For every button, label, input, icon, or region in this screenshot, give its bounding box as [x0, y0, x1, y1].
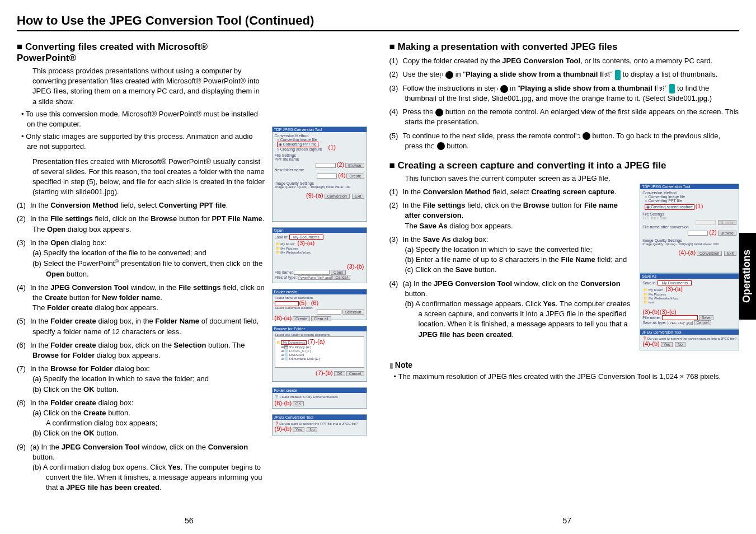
thumb-browse-folder: Browse for Folder Select one folder to r…	[272, 326, 367, 382]
step-2: (2)In the File settings field, click on …	[32, 214, 265, 224]
step-3b: (b) Select the PowerPoint® presentation …	[46, 258, 265, 279]
step-1: (1)In the Conversion Method field, selec…	[32, 200, 265, 210]
bullet-2: Only static images are supported by this…	[27, 132, 265, 152]
note-1: The maximum resolution of JPEG files cre…	[400, 372, 740, 382]
step-8: (8)In the Folder create dialog box:	[32, 398, 265, 408]
step-a3: (3)Follow the instructions in step 2 in …	[405, 83, 740, 104]
step-8b: (b) Click on the OK button.	[46, 428, 265, 438]
thumb-folder-created-msg: Folder create ⓘ Folder created. C:\My Do…	[272, 387, 367, 409]
thumb-convert-confirm: JPEG Conversion Tool ❓ Do you want to co…	[272, 414, 367, 435]
step-b3a: (a) Specify the location in which to sav…	[419, 245, 633, 255]
step-5: (5)In the Folder create dialog box, in t…	[32, 316, 265, 336]
step-7b: (b) Click on the OK button.	[46, 385, 265, 395]
step-a1: (1)Copy the folder created by the JPEG C…	[405, 56, 740, 66]
step-8a: (a) Click on the Create button.	[46, 408, 265, 418]
page-number-left: 56	[185, 516, 194, 525]
thumb-open-dialog: Open Look in: My Documents 📁 My Music (3…	[272, 227, 367, 283]
page-title: How to Use the JPEG Conversion Tool (Con…	[17, 13, 739, 28]
step-4-sub: The Folder create dialog box appears.	[32, 303, 265, 313]
step-6: (6)In the Folder create dialog box, clic…	[32, 340, 265, 360]
step-3a: (a) Specify the location of the file to …	[46, 248, 265, 258]
step-8ab: A confirmation dialog box appears;	[46, 418, 265, 428]
step-b4a: (4)(a) In the JPEG Conversion Tool windo…	[405, 279, 633, 299]
thumb-jpeg-tool: TDP JPEG Conversion Tool Conversion Meth…	[272, 127, 367, 222]
enter-icon: ⏎	[435, 109, 443, 116]
pageref-47: p.47	[669, 84, 675, 93]
thumb-folder-create: Folder create Folder name of document (5…	[272, 289, 367, 320]
step-b2: (2)In the File settings field, click on …	[405, 200, 633, 221]
step-7a: (a) Specify the location in which to sav…	[46, 374, 265, 384]
step-3: (3)In the Open dialog box:	[32, 238, 265, 248]
step-7: (7)In the Browse for Folder dialog box:	[32, 364, 265, 374]
step-9b: (b) A confirmation dialog box opens. Cli…	[46, 462, 265, 493]
pageref-46: p.46	[615, 70, 621, 79]
step-a2: (2)Use the step 1 in "Playing a slide sh…	[405, 69, 740, 79]
section-convert-ppt: Converting files created with Microsoft®…	[17, 41, 265, 64]
paragraph-2: Presentation files created with Microsof…	[32, 157, 265, 198]
step-b1: (1)In the Conversion Method field, selec…	[405, 187, 633, 197]
section-make-presentation: Making a presentation with converted JPE…	[389, 41, 740, 53]
footer: 56 57	[0, 512, 756, 534]
step-b4b: (b) A confirmation message appears. Clic…	[419, 299, 633, 340]
step-2-sub: The Open dialog box appears.	[32, 224, 265, 235]
intro-paragraph: This process provides presentations with…	[32, 66, 265, 107]
step-b3b: (b) Enter a file name of up to 8 charact…	[419, 255, 633, 265]
operations-tab: Operations	[738, 233, 756, 320]
step-a4: (4)Press the ⏎ button on the remote cont…	[405, 107, 740, 127]
step-b3: (3)In the Save As dialog box:	[405, 235, 633, 245]
thumb-save-as: Save As Save in: My Documents 📁 My Music…	[640, 273, 739, 329]
step-b2b: The Save As dialog box appears.	[405, 221, 633, 231]
thumb-convert-confirm-2: JPEG Conversion Tool ❓ Do you want to co…	[640, 329, 739, 350]
right-icon: ▶	[583, 132, 590, 140]
step-9a: (9)(a) In the JPEG Conversion Tool windo…	[32, 442, 265, 462]
page-number-right: 57	[562, 516, 571, 525]
section-screen-capture: Creating a screen capture and converting…	[389, 160, 740, 171]
note-heading: Note	[389, 360, 740, 369]
step-a5: (5)To continue to the next slide, press …	[405, 131, 740, 151]
step-4: (4)In the JPEG Conversion Tool window, i…	[32, 283, 265, 303]
bullet-1: To use this conversion mode, Microsoft® …	[27, 109, 265, 129]
page-header: How to Use the JPEG Conversion Tool (Con…	[17, 13, 739, 31]
left-icon: ◀	[437, 142, 445, 150]
thumb-jpeg-tool-capture: TDP JPEG Conversion Tool Conversion Meth…	[640, 184, 739, 273]
step-b3c: (c) Click on the Save button.	[419, 265, 633, 275]
capture-intro: This function saves the current computer…	[405, 174, 740, 184]
